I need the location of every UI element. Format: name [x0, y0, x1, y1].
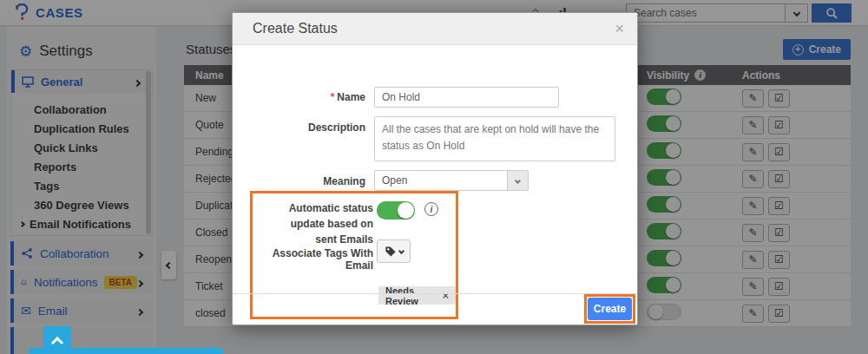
name-label-text: Name: [337, 91, 365, 103]
meaning-select[interactable]: Open: [374, 170, 529, 191]
tag-icon: [385, 246, 397, 258]
chevron-down-icon: [515, 177, 521, 183]
meaning-label: Meaning: [244, 175, 365, 187]
name-label: *Name: [244, 91, 365, 103]
auto-status-update-label: Automatic status update based on sent Em…: [267, 200, 373, 247]
select-caret: [507, 171, 528, 190]
highlight-outline-create: Create: [584, 294, 635, 324]
tag-picker-button[interactable]: [377, 239, 411, 263]
scroll-to-top-button[interactable]: [43, 326, 71, 354]
close-icon[interactable]: ×: [615, 21, 624, 36]
associate-tags-label: Associate Tags With Email: [256, 247, 373, 272]
auto-status-update-toggle[interactable]: [377, 201, 415, 220]
modal-body: *Name Description All the cases that are…: [233, 45, 637, 292]
modal-header: Create Status ×: [233, 13, 637, 45]
chevron-up-icon: [51, 337, 63, 349]
create-status-modal: Create Status × *Name Description All th…: [232, 12, 638, 325]
info-icon[interactable]: i: [424, 202, 438, 216]
description-field[interactable]: All the cases that are kept on hold will…: [374, 116, 615, 161]
description-label: Description: [244, 121, 365, 134]
required-asterisk: *: [331, 91, 335, 103]
create-button[interactable]: Create: [588, 298, 632, 320]
meaning-selected-value: Open: [375, 174, 507, 187]
modal-footer: Create: [233, 293, 637, 326]
modal-title: Create Status: [253, 21, 338, 36]
name-field[interactable]: [374, 87, 559, 108]
chevron-down-icon: [398, 248, 404, 254]
